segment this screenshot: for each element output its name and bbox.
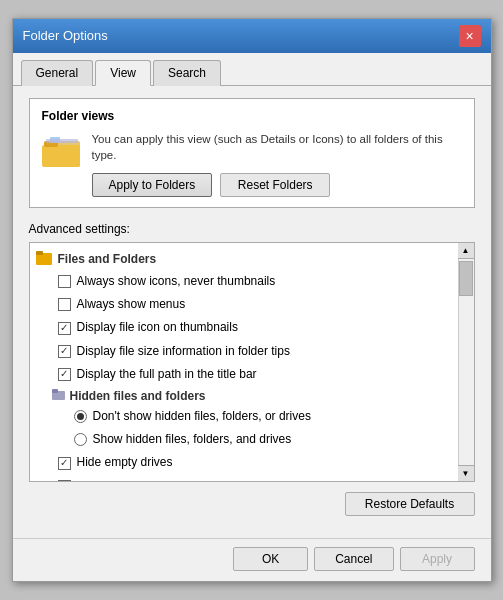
- item-label: Display the full path in the title bar: [77, 365, 257, 384]
- window-title: Folder Options: [23, 28, 108, 43]
- category-hidden-files: Hidden files and folders: [30, 386, 474, 405]
- list-item: Don't show hidden files, folders, or dri…: [30, 405, 474, 428]
- restore-defaults-button[interactable]: Restore Defaults: [345, 492, 475, 516]
- scrollbar-track[interactable]: ▲ ▼: [458, 243, 474, 481]
- checkbox-hide-extensions[interactable]: [58, 480, 71, 482]
- item-label: Display file icon on thumbnails: [77, 318, 238, 337]
- radio-dont-show-hidden[interactable]: [74, 410, 87, 423]
- item-label: Show hidden files, folders, and drives: [93, 430, 292, 449]
- list-item: Hide empty drives: [30, 451, 474, 474]
- folder-options-dialog: Folder Options × General View Search Fol…: [12, 18, 492, 582]
- footer-buttons: OK Cancel Apply: [13, 538, 491, 581]
- hidden-files-icon: [52, 388, 66, 403]
- tab-content: Folder views: [13, 86, 491, 534]
- list-item: Show hidden files, folders, and drives: [30, 428, 474, 451]
- apply-button[interactable]: Apply: [400, 547, 475, 571]
- list-item: Always show menus: [30, 293, 474, 316]
- category-hidden-files-label: Hidden files and folders: [70, 389, 206, 403]
- folder-views-buttons: Apply to Folders Reset Folders: [92, 173, 462, 197]
- folder-views-title: Folder views: [42, 109, 462, 123]
- checkbox-display-full-path[interactable]: [58, 368, 71, 381]
- list-item: Display the full path in the title bar: [30, 363, 474, 386]
- close-button[interactable]: ×: [459, 25, 481, 47]
- radio-show-hidden[interactable]: [74, 433, 87, 446]
- scrollbar-thumb[interactable]: [459, 261, 473, 296]
- title-bar: Folder Options ×: [13, 19, 491, 53]
- item-label: Don't show hidden files, folders, or dri…: [93, 407, 311, 426]
- tab-view[interactable]: View: [95, 60, 151, 86]
- list-item: Display file icon on thumbnails: [30, 316, 474, 339]
- cancel-button[interactable]: Cancel: [314, 547, 393, 571]
- tab-general[interactable]: General: [21, 60, 94, 86]
- category-files-and-folders-label: Files and Folders: [58, 252, 157, 266]
- svg-rect-4: [46, 139, 78, 143]
- tab-bar: General View Search: [13, 53, 491, 86]
- folder-views-text-area: You can apply this view (such as Details…: [92, 131, 462, 197]
- scroll-up-button[interactable]: ▲: [458, 243, 474, 259]
- list-item: Display file size information in folder …: [30, 340, 474, 363]
- checkbox-always-menus[interactable]: [58, 298, 71, 311]
- svg-rect-6: [36, 251, 43, 255]
- item-label: Hide extensions for known file types: [77, 477, 268, 483]
- advanced-settings-label: Advanced settings:: [29, 222, 475, 236]
- item-label: Hide empty drives: [77, 453, 173, 472]
- item-label: Display file size information in folder …: [77, 342, 290, 361]
- list-item: Always show icons, never thumbnails: [30, 270, 474, 293]
- checkbox-display-file-size[interactable]: [58, 345, 71, 358]
- folder-icon: [42, 131, 82, 171]
- apply-to-folders-button[interactable]: Apply to Folders: [92, 173, 213, 197]
- item-label: Always show menus: [77, 295, 186, 314]
- category-files-and-folders: Files and Folders: [30, 247, 474, 270]
- list-item: Hide extensions for known file types: [30, 475, 474, 483]
- files-folders-category-icon: [36, 249, 54, 268]
- restore-defaults-row: Restore Defaults: [29, 492, 475, 522]
- scroll-down-button[interactable]: ▼: [458, 465, 474, 481]
- settings-list-container[interactable]: Files and Folders Always show icons, nev…: [29, 242, 475, 482]
- svg-rect-8: [52, 389, 58, 393]
- reset-folders-button[interactable]: Reset Folders: [220, 173, 330, 197]
- checkbox-display-file-icon[interactable]: [58, 322, 71, 335]
- folder-views-description: You can apply this view (such as Details…: [92, 131, 462, 163]
- tab-search[interactable]: Search: [153, 60, 221, 86]
- folder-views-section: Folder views: [29, 98, 475, 208]
- svg-rect-1: [42, 145, 80, 167]
- checkbox-always-icons[interactable]: [58, 275, 71, 288]
- item-label: Always show icons, never thumbnails: [77, 272, 276, 291]
- checkbox-hide-empty-drives[interactable]: [58, 457, 71, 470]
- ok-button[interactable]: OK: [233, 547, 308, 571]
- settings-list: Files and Folders Always show icons, nev…: [30, 243, 474, 482]
